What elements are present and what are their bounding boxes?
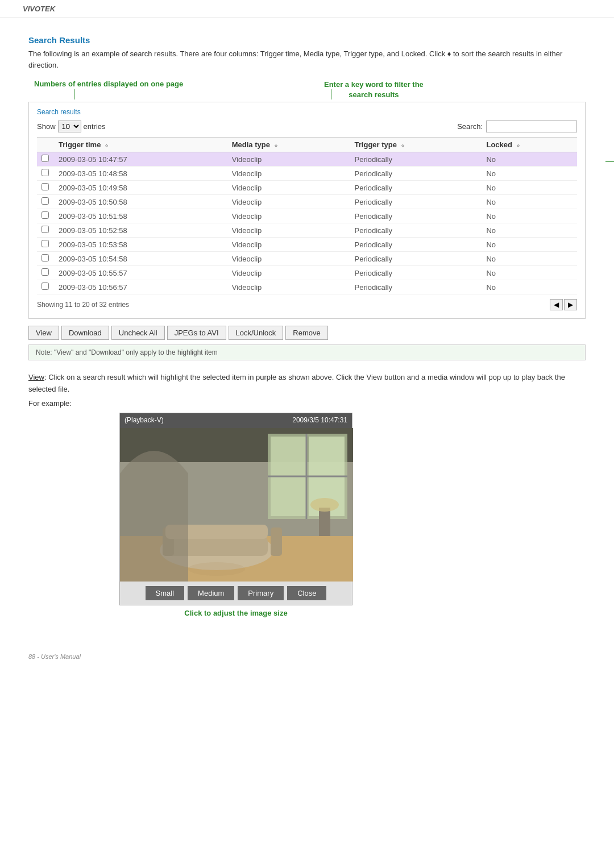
trigger-type-cell: Periodically: [350, 252, 482, 266]
row-checkbox[interactable]: [42, 169, 49, 176]
row-checkbox[interactable]: [42, 254, 49, 261]
locked-cell: No: [482, 223, 577, 238]
small-button[interactable]: Small: [146, 586, 185, 600]
table-row[interactable]: 2009-03-05 10:54:58VideoclipPeriodically…: [37, 252, 577, 266]
table-row[interactable]: 2009-03-05 10:51:58VideoclipPeriodically…: [37, 209, 577, 223]
checkbox-cell: [37, 152, 54, 167]
trigger-type-cell: Periodically: [350, 209, 482, 223]
trigger-type-cell: Periodically: [350, 223, 482, 238]
download-button[interactable]: Download: [61, 326, 109, 340]
medium-button[interactable]: Medium: [188, 586, 234, 600]
primary-button[interactable]: Primary: [238, 586, 284, 600]
locked-cell: No: [482, 195, 577, 209]
jpegs-to-avi-button[interactable]: JPEGs to AVI: [167, 326, 226, 340]
view-button[interactable]: View: [28, 326, 59, 340]
row-checkbox[interactable]: [42, 226, 49, 233]
table-row[interactable]: 2009-03-05 10:55:57VideoclipPeriodically…: [37, 266, 577, 280]
playback-area: (Playback-V) 2009/3/5 10:47:31: [119, 413, 586, 605]
row-checkbox[interactable]: [42, 197, 49, 205]
trigger-type-cell: Periodically: [350, 167, 482, 181]
playback-controls: Small Medium Primary Close: [120, 582, 352, 605]
page-number: 88 - User's Manual: [28, 653, 81, 660]
annotation-row: Numbers of entries displayed on one page…: [28, 80, 586, 88]
row-checkbox[interactable]: [42, 183, 49, 190]
sort-trigger-type-icon[interactable]: ⬦: [401, 142, 405, 148]
trigger-time-cell: 2009-03-05 10:54:58: [54, 252, 227, 266]
entries-select[interactable]: 10 25 50: [58, 121, 81, 132]
section-title: Search Results: [28, 35, 586, 45]
th-media-type-label: Media type: [232, 140, 270, 149]
table-row[interactable]: 2009-03-05 10:49:58VideoclipPeriodically…: [37, 181, 577, 195]
row-checkbox[interactable]: [42, 283, 49, 290]
media-type-cell: Videoclip: [227, 209, 350, 223]
media-type-cell: Videoclip: [227, 181, 350, 195]
checkbox-cell: [37, 266, 54, 280]
trigger-time-cell: 2009-03-05 10:56:57: [54, 280, 227, 294]
th-locked: Locked ⬦: [482, 138, 577, 152]
remove-button[interactable]: Remove: [285, 326, 327, 340]
search-input[interactable]: [486, 121, 577, 132]
row-checkbox[interactable]: [42, 240, 49, 247]
entries-annotation: Numbers of entries displayed on one page: [28, 80, 183, 88]
uncheck-all-button[interactable]: Uncheck All: [111, 326, 165, 340]
table-header-row: Trigger time ⬦ Media type ⬦ Trigger type…: [37, 138, 577, 152]
media-type-cell: Videoclip: [227, 238, 350, 252]
trigger-time-cell: 2009-03-05 10:48:58: [54, 167, 227, 181]
th-media-type: Media type ⬦: [227, 138, 350, 152]
trigger-type-cell: Periodically: [350, 266, 482, 280]
media-type-cell: Videoclip: [227, 280, 350, 294]
th-trigger-type-label: Trigger type: [355, 140, 397, 149]
action-buttons: View Download Uncheck All JPEGs to AVI L…: [28, 326, 586, 340]
locked-cell: No: [482, 167, 577, 181]
locked-cell: No: [482, 152, 577, 167]
table-row[interactable]: 2009-03-05 10:48:58VideoclipPeriodically…: [37, 167, 577, 181]
arrow-left: [74, 89, 75, 99]
locked-cell: No: [482, 181, 577, 195]
checkbox-cell: [37, 280, 54, 294]
row-checkbox[interactable]: [42, 155, 49, 162]
sort-locked-icon[interactable]: ⬦: [516, 142, 520, 148]
table-row[interactable]: 2009-03-05 10:47:57VideoclipPeriodically…: [37, 152, 577, 167]
prev-page-button[interactable]: ◀: [550, 299, 563, 310]
table-row[interactable]: 2009-03-05 10:56:57VideoclipPeriodically…: [37, 280, 577, 294]
trigger-time-cell: 2009-03-05 10:55:57: [54, 266, 227, 280]
intro-text: The following is an example of search re…: [28, 48, 586, 70]
trigger-time-cell: 2009-03-05 10:53:58: [54, 238, 227, 252]
top-bar: VIVOTEK: [0, 0, 614, 18]
locked-cell: No: [482, 238, 577, 252]
table-outer-wrapper: Search results Show 10 25 50 entries Sea…: [28, 102, 586, 319]
table-row[interactable]: 2009-03-05 10:52:58VideoclipPeriodically…: [37, 223, 577, 238]
playback-timestamp: 2009/3/5 10:47:31: [292, 415, 347, 426]
search-table-container: Search results Show 10 25 50 entries Sea…: [28, 102, 586, 319]
row-checkbox[interactable]: [42, 211, 49, 219]
filter-line1: Enter a key word to filter the: [324, 80, 424, 89]
media-type-cell: Videoclip: [227, 266, 350, 280]
table-row[interactable]: 2009-03-05 10:53:58VideoclipPeriodically…: [37, 238, 577, 252]
th-locked-label: Locked: [486, 140, 512, 149]
table-row[interactable]: 2009-03-05 10:50:58VideoclipPeriodically…: [37, 195, 577, 209]
view-description: View: Click on a search result which wil…: [28, 372, 586, 396]
trigger-time-cell: 2009-03-05 10:52:58: [54, 223, 227, 238]
arrow-right: [331, 89, 332, 99]
svg-rect-12: [271, 528, 282, 556]
playback-image: [120, 428, 353, 582]
playback-window: (Playback-V) 2009/3/5 10:47:31: [119, 413, 352, 605]
page-footer: 88 - User's Manual: [0, 642, 614, 671]
lock-unlock-button[interactable]: Lock/Unlock: [229, 326, 284, 340]
next-page-button[interactable]: ▶: [564, 299, 577, 310]
show-label: Show: [37, 122, 56, 131]
sort-trigger-time-icon[interactable]: ⬦: [105, 142, 109, 148]
trigger-time-cell: 2009-03-05 10:50:58: [54, 195, 227, 209]
for-example-label: For example:: [28, 398, 586, 410]
search-box: Search:: [457, 121, 577, 132]
row-checkbox[interactable]: [42, 268, 49, 276]
media-type-cell: Videoclip: [227, 167, 350, 181]
view-link[interactable]: View: [28, 373, 44, 381]
trigger-time-cell: 2009-03-05 10:49:58: [54, 181, 227, 195]
trigger-type-cell: Periodically: [350, 280, 482, 294]
highlight-annotation: Highlight an item: [605, 153, 614, 170]
sort-media-type-icon[interactable]: ⬦: [274, 142, 278, 148]
close-button[interactable]: Close: [287, 586, 326, 600]
entries-label: entries: [84, 122, 106, 131]
locked-cell: No: [482, 266, 577, 280]
